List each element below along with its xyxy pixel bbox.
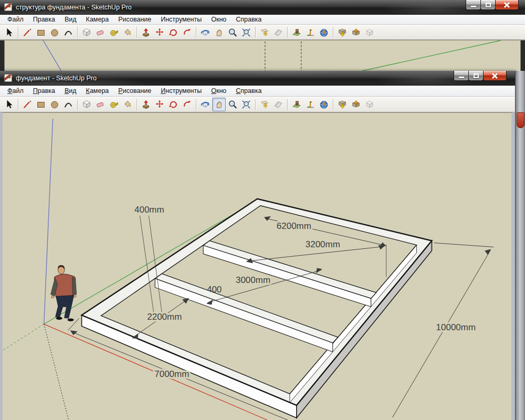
tool-rectangle[interactable] <box>34 98 48 111</box>
position-camera-icon <box>259 99 270 110</box>
dimension-label-6200: 6200mm <box>277 221 311 231</box>
minimize-button[interactable] <box>454 71 469 81</box>
tool-select[interactable] <box>2 98 16 111</box>
paint-bucket-icon <box>122 99 133 110</box>
tool-eraser[interactable] <box>93 26 107 39</box>
tool-circle[interactable] <box>48 98 61 111</box>
background-drawing-canvas[interactable] <box>0 40 525 71</box>
toolbar <box>0 97 515 112</box>
eraser-icon <box>95 99 106 110</box>
titlebar-background-window[interactable]: структура фундамента - SketchUp Pro <box>0 0 525 15</box>
menu-item-7[interactable]: Справка <box>231 87 266 95</box>
menu-item-2[interactable]: Вид <box>60 87 81 95</box>
tool-add-location[interactable] <box>290 26 303 39</box>
tool-circle[interactable] <box>48 26 61 39</box>
tool-share-model[interactable] <box>349 26 363 39</box>
tool-move[interactable] <box>153 98 166 111</box>
desktop: структура фундамента - SketchUp Pro Файл… <box>0 0 525 420</box>
tool-position-camera[interactable] <box>258 98 271 111</box>
tool-offset[interactable] <box>180 98 194 111</box>
tool-pan[interactable] <box>212 26 226 39</box>
tool-section-plane[interactable] <box>271 26 285 39</box>
tool-component[interactable] <box>363 26 376 39</box>
tool-position-camera[interactable] <box>258 26 271 39</box>
menu-item-6[interactable]: Окно <box>206 15 231 24</box>
menu-item-1[interactable]: Правка <box>28 15 60 24</box>
tool-select[interactable] <box>2 26 16 39</box>
tool-orbit[interactable] <box>198 98 212 111</box>
tool-share-model[interactable] <box>349 98 363 111</box>
tool-paint-bucket[interactable] <box>121 98 134 111</box>
window-foreground: фундамент - SketchUp Pro ФайлПравкаВидКа… <box>0 71 515 420</box>
tool-toggle-terrain[interactable] <box>303 98 317 111</box>
maximize-button[interactable] <box>468 71 484 81</box>
tool-line[interactable] <box>20 26 34 39</box>
tool-section-plane[interactable] <box>271 98 285 111</box>
menu-item-0[interactable]: Файл <box>3 15 28 24</box>
close-button[interactable] <box>495 0 519 10</box>
menu-item-4[interactable]: Рисование <box>113 15 156 24</box>
tool-photo-textures[interactable] <box>317 26 331 39</box>
background-window-edge[interactable] <box>515 71 525 420</box>
close-button[interactable] <box>483 71 507 81</box>
tool-toggle-terrain[interactable] <box>303 26 317 39</box>
tool-rotate[interactable] <box>166 26 180 39</box>
menu-item-3[interactable]: Камера <box>81 15 114 24</box>
maximize-button[interactable] <box>480 0 496 10</box>
menu-item-1[interactable]: Правка <box>28 87 60 95</box>
menu-item-6[interactable]: Окно <box>206 87 231 95</box>
titlebar-foreground-window[interactable]: фундамент - SketchUp Pro <box>0 71 515 86</box>
menu-item-2[interactable]: Вид <box>60 15 81 24</box>
minimize-button[interactable] <box>466 0 481 10</box>
tool-get-models[interactable] <box>335 98 349 111</box>
dimension-label-2200: 2200mm <box>147 312 182 322</box>
toolbar-separator <box>287 27 288 38</box>
offset-icon <box>182 99 192 110</box>
tool-push-pull[interactable] <box>139 98 153 111</box>
toolbar-separator <box>196 99 196 110</box>
menu-item-7[interactable]: Справка <box>231 15 266 24</box>
select-icon <box>4 27 14 38</box>
menu-item-5[interactable]: Инструменты <box>156 87 206 95</box>
tool-rotate[interactable] <box>166 98 180 111</box>
tool-tape-measure[interactable] <box>107 26 121 39</box>
tool-component[interactable] <box>363 98 376 111</box>
move-icon <box>154 27 165 38</box>
menu-item-3[interactable]: Камера <box>81 87 114 95</box>
maximize-icon <box>474 74 479 78</box>
tool-make-component[interactable] <box>80 26 93 39</box>
tool-zoom[interactable] <box>226 26 239 39</box>
toolbar-separator <box>18 27 18 38</box>
share-model-icon <box>351 27 361 38</box>
tool-arc[interactable] <box>61 26 75 39</box>
tool-photo-textures[interactable] <box>317 98 331 111</box>
tool-pan[interactable] <box>212 98 226 111</box>
tool-move[interactable] <box>153 26 166 39</box>
menu-item-0[interactable]: Файл <box>3 87 28 95</box>
drawing-canvas[interactable]: 400 400mm <box>2 112 512 420</box>
tool-push-pull[interactable] <box>139 26 153 39</box>
tool-arc[interactable] <box>61 98 75 111</box>
tool-paint-bucket[interactable] <box>121 26 134 39</box>
close-icon <box>491 72 498 79</box>
tool-rectangle[interactable] <box>34 26 48 39</box>
sketchup-app-icon <box>4 74 12 82</box>
tool-make-component[interactable] <box>80 98 93 111</box>
menu-item-5[interactable]: Инструменты <box>156 15 206 24</box>
orbit-icon <box>200 99 211 110</box>
tool-tape-measure[interactable] <box>107 98 121 111</box>
menu-item-4[interactable]: Рисование <box>113 87 156 95</box>
component-icon <box>364 99 375 110</box>
toggle-terrain-icon <box>305 99 316 110</box>
tool-zoom[interactable] <box>226 98 239 111</box>
tool-line[interactable] <box>20 98 34 111</box>
tool-add-location[interactable] <box>290 98 303 111</box>
tool-zoom-extents[interactable] <box>239 98 253 111</box>
tool-offset[interactable] <box>180 26 194 39</box>
tool-eraser[interactable] <box>93 98 107 111</box>
tool-zoom-extents[interactable] <box>239 26 253 39</box>
rotate-icon <box>168 99 178 110</box>
tool-orbit[interactable] <box>198 26 212 39</box>
tool-get-models[interactable] <box>335 26 349 39</box>
eraser-icon <box>95 27 106 38</box>
